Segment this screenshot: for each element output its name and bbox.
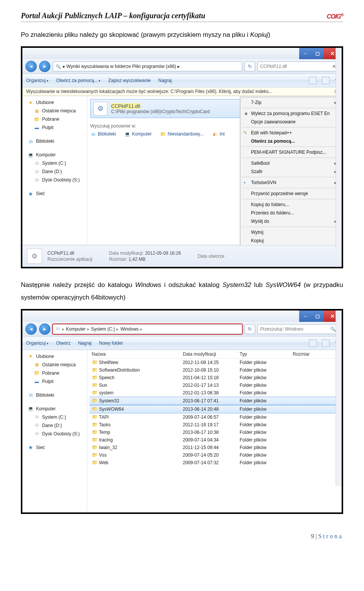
sidebar-item-dane-d[interactable]: ⛁Dane (D:) xyxy=(22,167,87,176)
folder-row[interactable]: 📁 TAPI2009-07-14 06:57Folder plików xyxy=(89,413,339,421)
ctx-safeboot[interactable]: SafeBoot xyxy=(241,159,340,167)
ctx-cut[interactable]: Wytnij xyxy=(241,228,340,236)
sidebar-item-pulpit[interactable]: ▬Pulpit xyxy=(22,123,87,132)
sidebar-item-ostatnie[interactable]: ▣Ostatnie miejsca xyxy=(22,361,87,369)
hdd-icon: ⛁ xyxy=(34,160,40,166)
search-again-biblioteki[interactable]: ▤Biblioteki xyxy=(90,131,116,137)
scrollbar[interactable] xyxy=(336,48,342,249)
search-placeholder: Przeszukaj: Windows xyxy=(260,326,330,332)
sidebar-item-ulubione[interactable]: ★Ulubione xyxy=(22,352,87,361)
toolbar-nagraj[interactable]: Nagraj xyxy=(158,78,171,83)
folder-icon: 📁 xyxy=(34,370,40,376)
sidebar-item-ulubione[interactable]: ★Ulubione xyxy=(22,98,87,107)
forward-button[interactable]: ► xyxy=(39,61,50,72)
folder-row[interactable]: 📁 SysWOW642013-06-14 20:48Folder plików xyxy=(89,405,339,413)
back-button[interactable]: ◄ xyxy=(25,61,37,72)
toolbar-zapisz[interactable]: Zapisz wyszukiwanie xyxy=(108,78,151,83)
toolbar-organizuj[interactable]: Organizuj xyxy=(26,340,49,346)
ctx-move-to[interactable]: Przenieś do folderu... xyxy=(241,209,340,217)
scrollbar[interactable] xyxy=(336,310,342,486)
ctx-restore[interactable]: Przywróć poprzednie wersje xyxy=(241,189,340,198)
toolbar-nagraj[interactable]: Nagraj xyxy=(78,340,91,346)
sidebar-item-dysk-s[interactable]: ⛁Dysk Osobisty (S:) xyxy=(22,430,87,438)
paragraph-1: Po znalezieniu pliku należy go skopiować… xyxy=(21,29,343,41)
desktop-icon: ▬ xyxy=(34,378,40,385)
col-date[interactable]: Data modyfikacji xyxy=(183,351,240,357)
computer-icon: 💻 xyxy=(124,131,130,137)
sidebar-item-biblioteki[interactable]: ▤Biblioteki xyxy=(22,137,87,145)
ctx-eset[interactable]: Wylecz za pomocą programu ESET En xyxy=(241,109,340,118)
folder-row[interactable]: 📁 Vss2009-07-14 05:20Folder plików xyxy=(89,451,339,459)
address-breadcrumb[interactable]: 🔍 ▸ Wyniki wyszukiwania w folderze Pliki… xyxy=(53,61,242,71)
toolbar: Organizuj Otwórz Nagraj Nowy folder ? xyxy=(22,337,342,350)
folder-row[interactable]: 📁 tracing2009-07-14 04:34Folder plików xyxy=(89,436,339,444)
folder-row[interactable]: 📁 System322013-06-17 07:41Folder plików xyxy=(89,397,339,405)
nav-row: ◄ ► ⛁ ▸ Komputer ▸ System (C:) ▸ Windows… xyxy=(22,322,342,337)
sidebar-item-siec[interactable]: ◉Sieć xyxy=(22,189,87,198)
ctx-copy[interactable]: Kopiuj xyxy=(241,236,340,245)
toolbar-organizuj[interactable]: Organizuj xyxy=(26,78,49,83)
search-box[interactable]: CCPkiP11.dll ✕ xyxy=(257,61,339,71)
doc-header: Portal Aukcji Publicznych LAIP – konfigu… xyxy=(21,11,343,22)
window-minimize-button[interactable]: ─ xyxy=(299,48,311,59)
window-maximize-button[interactable]: ▢ xyxy=(311,48,323,59)
folder-row[interactable]: 📁 Sun2012-01-17 14:13Folder plików xyxy=(89,381,339,389)
ctx-pem-heart[interactable]: PEM-HEART SIGNATURE Podpisz... xyxy=(241,148,340,156)
sidebar-item-pobrane[interactable]: 📁Pobrane xyxy=(22,115,87,123)
sidebar-item-komputer[interactable]: 💻Komputer xyxy=(22,405,87,413)
sidebar-item-system-c[interactable]: ⛁System (C:) xyxy=(22,413,87,421)
view-icon[interactable] xyxy=(309,339,317,347)
folder-row[interactable]: 📁 system2012-01-13 08:38Folder plików xyxy=(89,389,339,397)
folder-row[interactable]: 📁 Tasks2012-11-16 19:17Folder plików xyxy=(89,421,339,429)
sidebar-item-komputer[interactable]: 💻Komputer xyxy=(22,151,87,159)
ctx-opcje[interactable]: Opcje zaawansowane xyxy=(241,118,340,126)
toolbar-otworz[interactable]: Otwórz xyxy=(56,340,71,346)
sidebar-item-biblioteki[interactable]: ▤Biblioteki xyxy=(22,391,87,399)
search-again-internet[interactable]: ◐Int xyxy=(212,131,224,137)
view-icon[interactable] xyxy=(309,77,317,84)
window-minimize-button[interactable]: ─ xyxy=(299,310,311,322)
sidebar-item-ostatnie[interactable]: ▣Ostatnie miejsca xyxy=(22,107,87,115)
index-info-bar[interactable]: Wyszukiwanie w nieindeksowanych lokaliza… xyxy=(22,87,342,96)
ctx-send-to[interactable]: Wyślij do xyxy=(241,217,340,225)
folder-icon: 📁 xyxy=(92,398,98,404)
search-again-komputer[interactable]: 💻Komputer xyxy=(124,131,152,137)
preview-pane-icon[interactable] xyxy=(322,339,329,347)
refresh-button[interactable]: ↻ xyxy=(245,324,255,334)
search-box[interactable]: Przeszukaj: Windows 🔍 xyxy=(257,324,339,334)
sidebar-item-pulpit[interactable]: ▬Pulpit xyxy=(22,377,87,386)
folder-row[interactable]: 📁 Speech2011-04-12 15:18Folder plików xyxy=(89,374,339,381)
folder-row[interactable]: 📁 Web2009-07-14 07:32Folder plików xyxy=(89,459,339,466)
search-again-niestandardowy[interactable]: 📁Niestandardowy... xyxy=(160,131,204,137)
toolbar-nowy-folder[interactable]: Nowy folder xyxy=(99,340,123,346)
sidebar-item-dysk-s[interactable]: ⛁Dysk Osobisty (S:) xyxy=(22,176,87,184)
ctx-open-with[interactable]: Otwórz za pomocą... xyxy=(241,137,340,145)
col-name[interactable]: Nazwa xyxy=(89,351,183,357)
forward-button[interactable]: ► xyxy=(39,323,50,335)
sidebar-item-dane-d[interactable]: ⛁Dane (D:) xyxy=(22,421,87,430)
folder-row[interactable]: 📁 twain_322011-12-15 09:44Folder plików xyxy=(89,444,339,451)
folder-row[interactable]: 📁 SoftwareDistribution2012-10-08 15:10Fo… xyxy=(89,366,339,374)
sidebar-item-system-c[interactable]: ⛁System (C:) xyxy=(22,159,87,167)
back-button[interactable]: ◄ xyxy=(25,323,37,335)
hdd-icon: ⛁ xyxy=(34,177,40,183)
ctx-copy-to[interactable]: Kopiuj do folderu... xyxy=(241,200,340,209)
preview-pane-icon[interactable] xyxy=(322,77,329,84)
sidebar-item-pobrane[interactable]: 📁Pobrane xyxy=(22,369,87,377)
ctx-szafir[interactable]: Szafir xyxy=(241,167,340,176)
toolbar-otworz[interactable]: Otwórz za pomocą... xyxy=(56,78,101,83)
ctx-tortoisesvn[interactable]: TortoiseSVN xyxy=(241,178,340,187)
folder-row[interactable]: 📁 ShellNew2012-11-08 14:25Folder plików xyxy=(89,359,339,366)
window-maximize-button[interactable]: ▢ xyxy=(311,310,323,322)
folder-icon: 📁 xyxy=(92,444,98,451)
address-breadcrumb[interactable]: ⛁ ▸ Komputer ▸ System (C:) ▸ Windows ▸ xyxy=(53,324,242,334)
sidebar-item-siec[interactable]: ◉Sieć xyxy=(22,443,87,452)
column-headers[interactable]: Nazwa Data modyfikacji Typ Rozmiar xyxy=(89,350,339,359)
folder-row[interactable]: 📁 Temp2013-06-17 10:38Folder plików xyxy=(89,429,339,436)
col-type[interactable]: Typ xyxy=(240,351,293,357)
ctx-notepadpp[interactable]: Edit with Notepad++ xyxy=(241,129,340,137)
refresh-button[interactable]: ↻ xyxy=(245,61,255,71)
ctx-7zip[interactable]: 7-Zip xyxy=(241,98,340,107)
col-size[interactable]: Rozmiar xyxy=(293,351,323,357)
hdd-icon: ⛁ xyxy=(34,169,40,175)
